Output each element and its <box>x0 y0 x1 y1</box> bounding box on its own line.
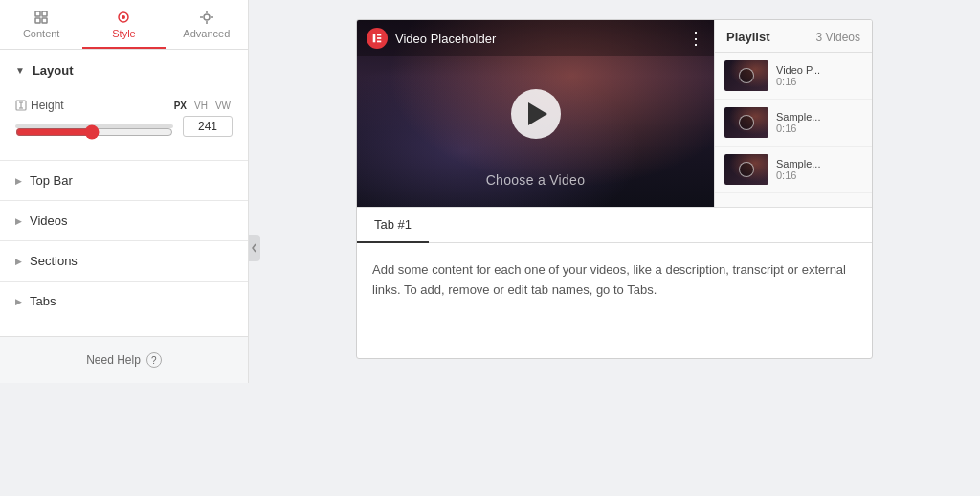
height-units: PX VH VW <box>172 100 233 112</box>
elementor-logo <box>367 28 388 49</box>
play-button[interactable] <box>511 89 561 139</box>
style-icon <box>116 10 131 25</box>
svg-rect-17 <box>377 37 381 39</box>
svg-rect-3 <box>42 18 47 23</box>
tabs-chevron-icon: ▶ <box>15 297 22 306</box>
sections-chevron-icon: ▶ <box>15 257 22 266</box>
playlist-item-name-2: Sample... <box>776 111 843 123</box>
layout-section-header[interactable]: ▼ Layout <box>0 50 248 91</box>
tabs-area: Tab #1 Add some content for each one of … <box>357 207 872 358</box>
sections-header[interactable]: ▶ Sections <box>0 241 248 281</box>
layout-chevron-icon: ▼ <box>15 65 25 76</box>
playlist-thumb-1 <box>724 60 768 91</box>
tab-description: Add some content for each one of your vi… <box>372 260 857 301</box>
help-button[interactable]: ? <box>146 352 162 368</box>
videos-header[interactable]: ▶ Videos <box>0 201 248 240</box>
svg-rect-15 <box>373 34 376 43</box>
tab-content-label: Content <box>23 28 60 39</box>
panel-tabs: Content Style Advanced <box>0 0 248 50</box>
help-icon: ? <box>151 355 157 366</box>
collapse-icon <box>252 243 257 253</box>
svg-rect-16 <box>377 34 381 36</box>
videos-label: Videos <box>30 214 68 228</box>
panel-footer: Need Help ? <box>0 336 248 383</box>
elementor-icon <box>371 33 383 44</box>
tab-content-area: Add some content for each one of your vi… <box>357 243 872 358</box>
tab-style-label: Style <box>112 28 135 39</box>
tab-1[interactable]: Tab #1 <box>357 208 429 243</box>
unit-vh[interactable]: VH <box>192 100 210 112</box>
playlist-item-name-1: Video P... <box>776 64 843 76</box>
videos-section: ▶ Videos <box>0 200 248 240</box>
advanced-icon <box>199 10 214 25</box>
play-circle <box>511 89 561 139</box>
svg-point-6 <box>204 14 210 20</box>
playlist-item-info-3: Sample... 0:16 <box>776 158 862 181</box>
topbar-header[interactable]: ▶ Top Bar <box>0 161 248 200</box>
playlist-header: Playlist 3 Videos <box>715 20 872 53</box>
svg-rect-2 <box>35 18 40 23</box>
play-triangle-icon <box>528 102 547 125</box>
playlist-count: 3 Videos <box>816 31 860 44</box>
tabs-nav: Tab #1 <box>357 208 872 243</box>
video-title: Video Placeholder <box>395 32 687 46</box>
height-value-input[interactable] <box>183 116 233 137</box>
tabs-header[interactable]: ▶ Tabs <box>0 282 248 321</box>
height-slider-track <box>15 124 173 128</box>
sections-section: ▶ Sections <box>0 240 248 281</box>
playlist-item-duration-2: 0:16 <box>776 123 862 134</box>
topbar-label: Top Bar <box>30 173 73 188</box>
layout-section: ▼ Layout Height <box>0 50 248 160</box>
playlist-item-duration-1: 0:16 <box>776 76 862 87</box>
playlist-item-info-2: Sample... 0:16 <box>776 111 862 134</box>
unit-vw[interactable]: VW <box>213 100 233 112</box>
playlist-item-1[interactable]: Video P... 0:16 <box>715 53 872 100</box>
height-slider-row <box>15 116 233 137</box>
playlist-title: Playlist <box>726 30 770 44</box>
playlist-item-duration-3: 0:16 <box>776 169 862 181</box>
height-icon <box>15 100 27 111</box>
tab-advanced[interactable]: Advanced <box>166 0 248 49</box>
videos-chevron-icon: ▶ <box>15 216 22 226</box>
layout-label: Layout <box>33 63 74 78</box>
playlist-item-3[interactable]: Sample... 0:16 <box>715 147 872 193</box>
sections-label: Sections <box>30 254 78 268</box>
layout-body: Height PX VH VW <box>0 91 248 160</box>
video-main: Video Placeholder ⋮ Choose a Video <box>357 20 714 207</box>
svg-rect-0 <box>35 11 40 16</box>
video-choose-text: Choose a Video <box>357 172 714 188</box>
left-panel: Content Style Advanced <box>0 0 249 383</box>
video-player-wrapper: Video Placeholder ⋮ Choose a Video Playl… <box>357 20 872 207</box>
content-icon <box>33 10 49 25</box>
video-header: Video Placeholder ⋮ <box>357 20 714 56</box>
tabs-section: ▶ Tabs <box>0 281 248 321</box>
tab-advanced-label: Advanced <box>183 28 230 39</box>
svg-rect-1 <box>42 11 47 16</box>
panel-content: ▼ Layout Height <box>0 50 248 336</box>
playlist-item-name-3: Sample... <box>776 158 843 169</box>
svg-rect-18 <box>377 41 381 43</box>
video-more-icon[interactable]: ⋮ <box>687 30 704 47</box>
height-slider[interactable] <box>15 124 173 140</box>
playlist-panel: Playlist 3 Videos Video P... 0:16 <box>714 20 872 207</box>
right-content: Video Placeholder ⋮ Choose a Video Playl… <box>249 0 980 496</box>
playlist-thumb-2 <box>724 107 768 138</box>
height-label: Height <box>15 99 64 112</box>
playlist-item-info-1: Video P... 0:16 <box>776 64 862 87</box>
tab-content[interactable]: Content <box>0 0 82 49</box>
tabs-label: Tabs <box>30 294 56 308</box>
topbar-chevron-icon: ▶ <box>15 176 22 186</box>
help-label: Need Help <box>86 353 141 367</box>
playlist-item-2[interactable]: Sample... 0:16 <box>715 100 872 147</box>
playlist-thumb-3 <box>724 154 768 185</box>
topbar-section: ▶ Top Bar <box>0 160 248 200</box>
tab-style[interactable]: Style <box>82 0 165 49</box>
preview-container: Video Placeholder ⋮ Choose a Video Playl… <box>356 19 873 359</box>
collapse-handle[interactable] <box>249 235 260 261</box>
svg-point-5 <box>122 15 125 19</box>
unit-px[interactable]: PX <box>172 100 189 112</box>
